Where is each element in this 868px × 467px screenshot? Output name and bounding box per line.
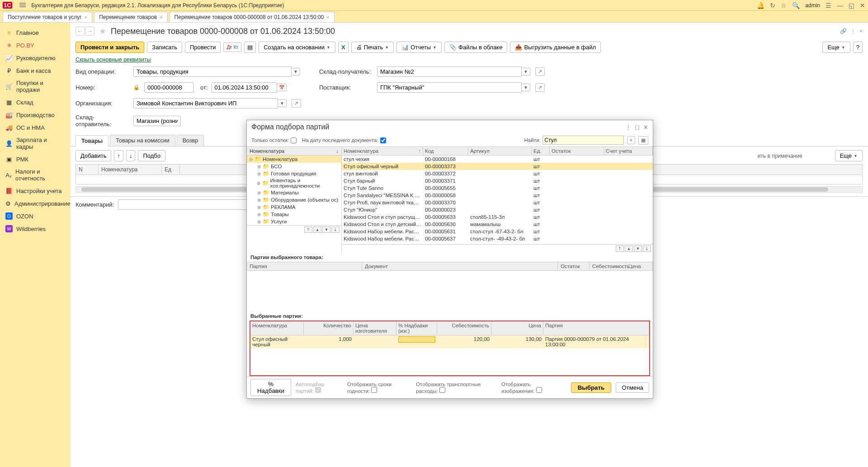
list-row[interactable]: Kidswood Набор мебели. Растущий стол и..… bbox=[342, 235, 653, 242]
close-tab-icon[interactable]: × bbox=[160, 14, 162, 20]
more-icon[interactable]: ⋮ bbox=[850, 28, 856, 34]
list-row[interactable]: стул чехия00-00000168шт bbox=[342, 156, 653, 163]
nav-ozon[interactable]: OOZON bbox=[0, 210, 70, 222]
list-nav-down[interactable]: ▼ bbox=[634, 245, 642, 252]
nav-admin[interactable]: ⚙Администрирование bbox=[0, 197, 70, 210]
tab-commission[interactable]: Товары на комиссии bbox=[110, 135, 175, 146]
forward-button[interactable]: → bbox=[85, 27, 94, 36]
tree-item[interactable]: ⊕📁Готовая продукция bbox=[247, 170, 341, 177]
create-based-button[interactable]: Создать на основании▼ bbox=[259, 42, 335, 53]
tree-item[interactable]: ⊕📁Инвентарь и хоз.принадлежности bbox=[247, 177, 341, 189]
star-icon[interactable]: ☆ bbox=[781, 2, 787, 9]
cancel-button[interactable]: Отмена bbox=[616, 382, 649, 393]
link-icon[interactable]: 🔗 bbox=[840, 28, 847, 34]
pick-button[interactable]: Подбо bbox=[138, 150, 165, 161]
list-row[interactable]: Стул Sandalyeci "MESSINA K CHAIR"00-0000… bbox=[342, 192, 653, 199]
tree-item[interactable]: ⊕📁Товары bbox=[247, 211, 341, 218]
nav-manager[interactable]: 📈Руководителю bbox=[0, 52, 70, 64]
add-button[interactable]: Добавить bbox=[75, 150, 111, 161]
list-nav-first[interactable]: ⤒ bbox=[616, 245, 624, 252]
structure-button[interactable]: ▤ bbox=[244, 42, 256, 53]
close-tab-icon[interactable]: × bbox=[85, 14, 87, 20]
close-doc-icon[interactable]: × bbox=[859, 28, 863, 34]
tree-item[interactable]: ⊕📁Материалы bbox=[247, 189, 341, 196]
tab-item[interactable]: Поступление товаров и услуг× bbox=[3, 12, 92, 22]
supplier-input[interactable] bbox=[377, 82, 522, 93]
parts-grid-empty[interactable] bbox=[247, 271, 653, 311]
move-up-button[interactable]: ↑ bbox=[114, 150, 123, 161]
nav-tax[interactable]: AᵧНалоги и отчетность bbox=[0, 165, 70, 184]
nav-assets[interactable]: 🚚ОС и НМА bbox=[0, 121, 70, 134]
nav-settings[interactable]: 📕Настройки учета bbox=[0, 184, 70, 197]
minimize-icon[interactable]: — bbox=[837, 2, 843, 9]
user-name[interactable]: admin bbox=[805, 2, 820, 9]
export-button[interactable]: 📤 Выгрузить данные в файл bbox=[510, 42, 601, 53]
tree-nav-first[interactable]: ⤒ bbox=[304, 226, 312, 233]
tab-return[interactable]: Возвр bbox=[177, 135, 204, 146]
tab-item[interactable]: Перемещение товаров× bbox=[94, 12, 167, 22]
nav-rmk[interactable]: ▣РМК bbox=[0, 153, 70, 165]
show-expiry-checkbox[interactable]: Отображать сроки годности: bbox=[347, 382, 411, 394]
print-button[interactable]: 🖨 Печать▼ bbox=[351, 42, 394, 53]
more-button[interactable]: Еще▼ bbox=[822, 42, 850, 53]
move-down-button[interactable]: ↓ bbox=[126, 150, 136, 161]
burger-icon[interactable] bbox=[19, 2, 27, 9]
sort-icon[interactable]: ↓ bbox=[336, 148, 339, 154]
modal-maximize-icon[interactable]: ◻ bbox=[635, 124, 640, 131]
hide-details-link[interactable]: Скрыть основные реквизиты bbox=[70, 55, 868, 65]
tab-goods[interactable]: Товары bbox=[75, 135, 108, 146]
submit-close-button[interactable]: Провести и закрыть bbox=[75, 42, 144, 53]
modal-more-icon[interactable]: ⋮ bbox=[625, 124, 631, 131]
recipient-input[interactable] bbox=[377, 66, 522, 77]
sender-input[interactable] bbox=[133, 116, 181, 126]
number-input[interactable] bbox=[144, 82, 194, 93]
by-last-doc-checkbox[interactable]: На дату последнего документа: bbox=[302, 137, 386, 143]
list-nav-up[interactable]: ▲ bbox=[625, 245, 633, 252]
bell-icon[interactable]: 🔔 bbox=[757, 2, 764, 9]
dropdown-icon[interactable]: ▼ bbox=[292, 68, 300, 75]
tab-item[interactable]: Перемещение товаров 0000-000008 от 01.06… bbox=[170, 12, 335, 22]
tree-item[interactable]: ⊕📁БСО bbox=[247, 163, 341, 170]
list-row[interactable]: Стул барный00-00003371шт bbox=[342, 177, 653, 184]
nav-sales[interactable]: 🛒Покупки и продажи bbox=[0, 77, 70, 96]
tree-nav-up[interactable]: ▲ bbox=[313, 226, 321, 233]
dropdown-icon[interactable]: ▼ bbox=[278, 99, 287, 107]
nav-bank[interactable]: ₽Банк и касса bbox=[0, 64, 70, 77]
list-row[interactable]: Стул Tute Sanno00-00005655шт bbox=[342, 184, 653, 192]
favorite-icon[interactable]: ★ bbox=[99, 26, 106, 36]
nav-poby[interactable]: ✳PO.BY bbox=[0, 39, 70, 52]
open-ref-icon[interactable]: ↗ bbox=[292, 99, 301, 108]
list-row[interactable]: Kidswood Стол и стул растущий набор00-00… bbox=[342, 213, 653, 221]
selected-parts-grid[interactable]: Номенклатура Количество Цена изготовител… bbox=[250, 321, 650, 376]
close-app-icon[interactable]: ✕ bbox=[860, 2, 865, 9]
list-nav-last[interactable]: ⤓ bbox=[643, 245, 651, 252]
tree-item[interactable]: ⊕📁РЕКЛАМА bbox=[247, 203, 341, 211]
tree-nav-last[interactable]: ⤓ bbox=[331, 226, 340, 233]
dropdown-icon[interactable]: ▼ bbox=[522, 84, 530, 91]
reports-button[interactable]: 📊 Отчеты▼ bbox=[396, 42, 442, 53]
tree-nav-down[interactable]: ▼ bbox=[322, 226, 330, 233]
find-input[interactable] bbox=[542, 136, 624, 145]
nav-hr[interactable]: 👤Зарплата и кадры bbox=[0, 134, 70, 153]
tree-item[interactable]: ⊖📁Номенклатура bbox=[247, 156, 341, 163]
search-settings-icon[interactable]: ▦ bbox=[638, 136, 648, 145]
settings-icon[interactable]: ☰ bbox=[826, 2, 831, 9]
open-ref-icon[interactable]: ↗ bbox=[535, 83, 545, 92]
markup-button[interactable]: % Надбавки bbox=[250, 379, 291, 396]
tree-item[interactable]: ⊕📁Оборудование (объекты ос) bbox=[247, 196, 341, 203]
select-button[interactable]: Выбрать bbox=[571, 382, 612, 393]
org-input[interactable] bbox=[133, 98, 278, 108]
date-input[interactable] bbox=[212, 82, 277, 93]
nav-production[interactable]: 🏭Производство bbox=[0, 108, 70, 121]
list-row[interactable]: Kidswood Стол и стул детский от года рас… bbox=[342, 221, 653, 228]
nav-main[interactable]: ≡Главное bbox=[0, 26, 70, 39]
history-icon[interactable]: ↻ bbox=[770, 2, 775, 9]
only-balance-checkbox[interactable]: Только остатки: bbox=[251, 137, 297, 143]
close-tab-icon[interactable]: × bbox=[326, 14, 329, 20]
markup-edit-cell[interactable] bbox=[398, 336, 435, 343]
write-button[interactable]: Записать bbox=[147, 42, 182, 53]
list-row[interactable]: Стул Profi, паук винтовой ткань серая00-… bbox=[342, 199, 653, 206]
list-row[interactable]: Kidswood Набор мебели. Растущий стол и..… bbox=[342, 228, 653, 235]
more-button-2[interactable]: Еще▼ bbox=[835, 150, 863, 161]
dropdown-icon[interactable]: ▼ bbox=[522, 68, 530, 75]
